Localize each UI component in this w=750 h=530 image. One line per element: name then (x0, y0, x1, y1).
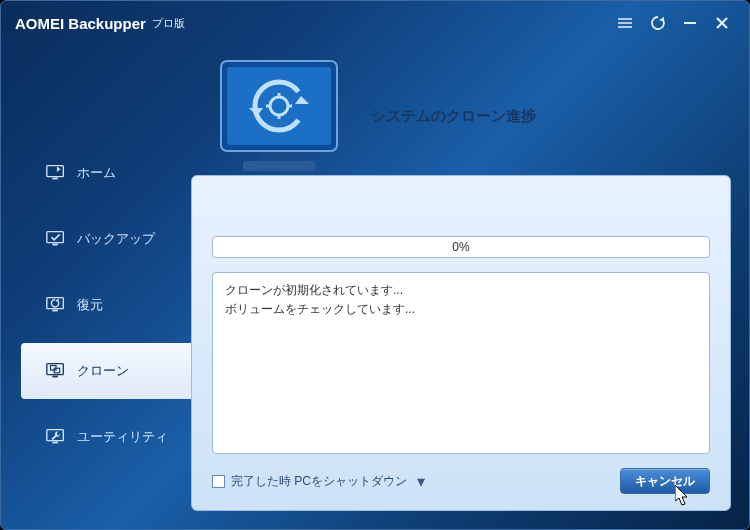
sidebar-item-label: クローン (77, 362, 129, 380)
svg-rect-11 (52, 178, 58, 180)
restore-icon (45, 295, 67, 315)
sidebar-item-clone[interactable]: クローン (21, 343, 191, 399)
panel-footer: 完了した時 PCをシャットダウン ▾ キャンセル (212, 466, 710, 496)
close-icon[interactable] (709, 10, 735, 36)
svg-point-5 (618, 26, 620, 28)
sidebar-item-label: ユーティリティ (77, 428, 168, 446)
svg-marker-6 (659, 17, 664, 22)
svg-rect-16 (52, 310, 58, 312)
menu-icon[interactable] (613, 10, 639, 36)
app-window: AOMEI Backupper プロ版 ホーム (0, 0, 750, 530)
log-line: クローンが初期化されています... (225, 281, 697, 300)
svg-rect-10 (47, 166, 64, 177)
svg-point-4 (618, 22, 620, 24)
sidebar-item-utilities[interactable]: ユーティリティ (1, 409, 191, 465)
sidebar-item-label: ホーム (77, 164, 116, 182)
minimize-icon[interactable] (677, 10, 703, 36)
svg-marker-17 (55, 299, 59, 303)
sidebar-item-label: 復元 (77, 296, 103, 314)
progress-percent: 0% (452, 240, 469, 254)
title-bar: AOMEI Backupper プロ版 (1, 1, 749, 45)
svg-point-3 (618, 18, 620, 20)
home-icon (45, 163, 67, 183)
clone-icon (45, 361, 67, 381)
sidebar-item-home[interactable]: ホーム (1, 145, 191, 201)
sidebar-item-label: バックアップ (77, 230, 155, 248)
shutdown-checkbox[interactable] (212, 475, 225, 488)
log-output: クローンが初期化されています... ボリュームをチェックしています... (212, 272, 710, 454)
svg-marker-12 (57, 167, 61, 173)
svg-rect-19 (52, 376, 58, 378)
shutdown-label: 完了した時 PCをシャットダウン (231, 473, 407, 490)
sidebar-item-backup[interactable]: バックアップ (1, 211, 191, 267)
cancel-button-label: キャンセル (635, 473, 695, 490)
svg-rect-23 (52, 442, 58, 444)
progress-panel: 0% クローンが初期化されています... ボリュームをチェックしています... … (191, 175, 731, 511)
app-edition: プロ版 (152, 16, 185, 31)
svg-rect-27 (243, 161, 315, 171)
chevron-down-icon[interactable]: ▾ (417, 472, 425, 491)
svg-rect-26 (259, 153, 299, 161)
progress-bar: 0% (212, 236, 710, 258)
svg-rect-25 (227, 67, 331, 145)
sidebar: ホーム バックアップ 復元 クローン (1, 45, 191, 529)
sidebar-item-restore[interactable]: 復元 (1, 277, 191, 333)
svg-rect-13 (47, 232, 64, 243)
panel-title: システムのクローン進捗 (371, 107, 536, 126)
app-title: AOMEI Backupper (15, 15, 146, 32)
main-content: システムのクローン進捗 0% クローンが初期化されています... ボリュームをチ… (191, 45, 749, 529)
cancel-button[interactable]: キャンセル (620, 468, 710, 494)
backup-icon (45, 229, 67, 249)
log-line: ボリュームをチェックしています... (225, 300, 697, 319)
utilities-icon (45, 427, 67, 447)
svg-rect-14 (52, 244, 58, 246)
refresh-icon[interactable] (645, 10, 671, 36)
